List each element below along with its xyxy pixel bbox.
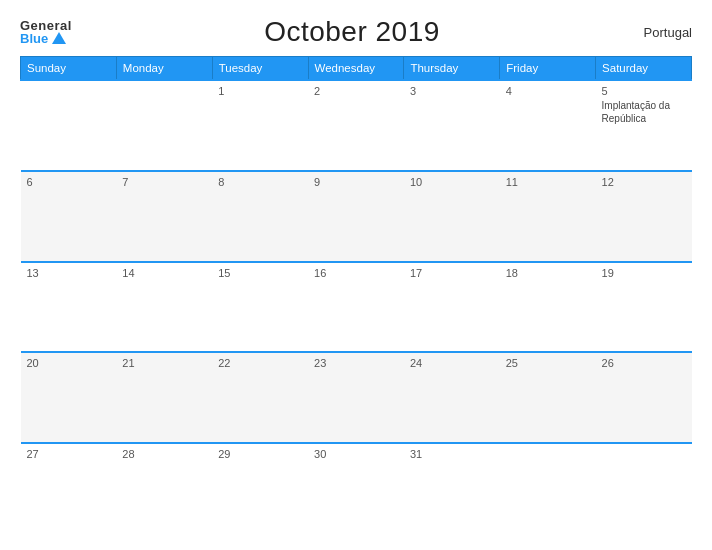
day-number: 10 [410, 176, 494, 188]
day-number: 24 [410, 357, 494, 369]
calendar-cell: 20 [21, 352, 117, 443]
day-number: 4 [506, 85, 590, 97]
calendar-cell: 24 [404, 352, 500, 443]
day-number: 29 [218, 448, 302, 460]
calendar-cell: 19 [596, 262, 692, 353]
calendar-cell: 25 [500, 352, 596, 443]
holiday-text: Implantação da República [602, 100, 670, 124]
weekday-header-sunday: Sunday [21, 57, 117, 81]
day-number: 27 [27, 448, 111, 460]
calendar-cell: 22 [212, 352, 308, 443]
calendar-cell [116, 80, 212, 171]
calendar-cell: 5Implantação da República [596, 80, 692, 171]
logo-blue-row: Blue [20, 32, 66, 45]
calendar-cell: 9 [308, 171, 404, 262]
day-number: 15 [218, 267, 302, 279]
day-number: 18 [506, 267, 590, 279]
day-number: 3 [410, 85, 494, 97]
day-number: 22 [218, 357, 302, 369]
day-number: 13 [27, 267, 111, 279]
day-number: 8 [218, 176, 302, 188]
calendar-cell: 7 [116, 171, 212, 262]
day-number: 7 [122, 176, 206, 188]
calendar-week-row: 13141516171819 [21, 262, 692, 353]
calendar-cell: 13 [21, 262, 117, 353]
calendar-week-row: 12345Implantação da República [21, 80, 692, 171]
header: General Blue October 2019 Portugal [20, 16, 692, 48]
day-number: 14 [122, 267, 206, 279]
calendar-cell: 16 [308, 262, 404, 353]
calendar-cell: 10 [404, 171, 500, 262]
day-number: 9 [314, 176, 398, 188]
calendar-cell [21, 80, 117, 171]
day-number: 6 [27, 176, 111, 188]
calendar-cell: 6 [21, 171, 117, 262]
day-number: 16 [314, 267, 398, 279]
day-number: 17 [410, 267, 494, 279]
calendar-cell: 27 [21, 443, 117, 534]
calendar-header: SundayMondayTuesdayWednesdayThursdayFrid… [21, 57, 692, 81]
calendar-cell: 30 [308, 443, 404, 534]
day-number: 30 [314, 448, 398, 460]
calendar-cell: 4 [500, 80, 596, 171]
day-number: 11 [506, 176, 590, 188]
day-number: 23 [314, 357, 398, 369]
calendar-cell: 21 [116, 352, 212, 443]
calendar-cell: 2 [308, 80, 404, 171]
weekday-header-wednesday: Wednesday [308, 57, 404, 81]
calendar-title: October 2019 [72, 16, 632, 48]
day-number: 12 [602, 176, 686, 188]
calendar-cell: 31 [404, 443, 500, 534]
weekday-header-friday: Friday [500, 57, 596, 81]
calendar-cell: 29 [212, 443, 308, 534]
day-number: 21 [122, 357, 206, 369]
calendar-week-row: 2728293031 [21, 443, 692, 534]
calendar-cell [500, 443, 596, 534]
day-number: 20 [27, 357, 111, 369]
country-label: Portugal [632, 25, 692, 40]
calendar-cell: 14 [116, 262, 212, 353]
calendar-body: 12345Implantação da República67891011121… [21, 80, 692, 534]
calendar-week-row: 6789101112 [21, 171, 692, 262]
logo-blue-text: Blue [20, 32, 48, 45]
weekday-header-thursday: Thursday [404, 57, 500, 81]
calendar-cell: 15 [212, 262, 308, 353]
calendar-cell: 17 [404, 262, 500, 353]
day-number: 1 [218, 85, 302, 97]
calendar-cell: 3 [404, 80, 500, 171]
calendar-cell: 23 [308, 352, 404, 443]
logo-triangle-icon [52, 32, 66, 44]
weekday-header-monday: Monday [116, 57, 212, 81]
day-number: 25 [506, 357, 590, 369]
calendar-cell: 1 [212, 80, 308, 171]
calendar-cell: 12 [596, 171, 692, 262]
calendar-table: SundayMondayTuesdayWednesdayThursdayFrid… [20, 56, 692, 534]
calendar-cell [596, 443, 692, 534]
calendar-cell: 18 [500, 262, 596, 353]
calendar-cell: 11 [500, 171, 596, 262]
weekday-header-row: SundayMondayTuesdayWednesdayThursdayFrid… [21, 57, 692, 81]
day-number: 31 [410, 448, 494, 460]
day-number: 26 [602, 357, 686, 369]
logo: General Blue [20, 19, 72, 45]
calendar-cell: 26 [596, 352, 692, 443]
calendar-page: General Blue October 2019 Portugal Sunda… [0, 0, 712, 550]
calendar-cell: 8 [212, 171, 308, 262]
day-number: 19 [602, 267, 686, 279]
day-number: 5 [602, 85, 686, 97]
calendar-cell: 28 [116, 443, 212, 534]
weekday-header-tuesday: Tuesday [212, 57, 308, 81]
weekday-header-saturday: Saturday [596, 57, 692, 81]
day-number: 2 [314, 85, 398, 97]
day-number: 28 [122, 448, 206, 460]
calendar-week-row: 20212223242526 [21, 352, 692, 443]
